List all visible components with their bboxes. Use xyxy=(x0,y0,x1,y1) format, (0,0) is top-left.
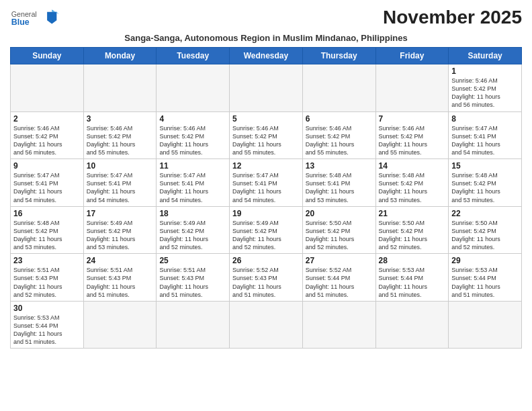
day-info: Sunrise: 5:52 AM Sunset: 5:43 PM Dayligh… xyxy=(232,266,300,299)
day-number: 5 xyxy=(232,114,300,124)
day-number: 8 xyxy=(451,114,519,124)
day-info: Sunrise: 5:46 AM Sunset: 5:42 PM Dayligh… xyxy=(232,124,300,157)
calendar-week-1: 1Sunrise: 5:46 AM Sunset: 5:42 PM Daylig… xyxy=(11,64,522,112)
day-number: 25 xyxy=(159,256,226,265)
calendar-cell xyxy=(11,64,84,112)
day-info: Sunrise: 5:48 AM Sunset: 5:42 PM Dayligh… xyxy=(451,171,519,204)
day-number: 3 xyxy=(87,114,154,124)
header: General Blue November 2025 xyxy=(10,7,522,30)
day-info: Sunrise: 5:46 AM Sunset: 5:42 PM Dayligh… xyxy=(13,124,81,157)
calendar-cell: 1Sunrise: 5:46 AM Sunset: 5:42 PM Daylig… xyxy=(449,64,522,112)
calendar-cell xyxy=(375,64,449,112)
weekday-sunday: Sunday xyxy=(11,48,84,64)
day-info: Sunrise: 5:48 AM Sunset: 5:42 PM Dayligh… xyxy=(379,171,446,204)
day-number: 22 xyxy=(451,209,519,218)
day-number: 29 xyxy=(451,256,519,265)
calendar-week-4: 16Sunrise: 5:48 AM Sunset: 5:42 PM Dayli… xyxy=(11,206,522,254)
calendar-table: SundayMondayTuesdayWednesdayThursdayFrid… xyxy=(10,47,522,349)
calendar-cell: 11Sunrise: 5:47 AM Sunset: 5:41 PM Dayli… xyxy=(157,159,230,207)
day-number: 11 xyxy=(159,161,226,171)
calendar-week-6: 30Sunrise: 5:53 AM Sunset: 5:44 PM Dayli… xyxy=(11,301,522,349)
weekday-monday: Monday xyxy=(83,48,157,64)
calendar-cell: 2Sunrise: 5:46 AM Sunset: 5:42 PM Daylig… xyxy=(11,111,84,159)
day-info: Sunrise: 5:47 AM Sunset: 5:41 PM Dayligh… xyxy=(232,171,300,204)
calendar-cell: 10Sunrise: 5:47 AM Sunset: 5:41 PM Dayli… xyxy=(83,159,157,207)
day-number: 30 xyxy=(13,304,81,313)
calendar-cell xyxy=(230,301,303,349)
calendar-cell: 14Sunrise: 5:48 AM Sunset: 5:42 PM Dayli… xyxy=(375,159,449,207)
day-number: 16 xyxy=(13,209,81,218)
calendar-cell xyxy=(375,301,449,349)
calendar-cell: 3Sunrise: 5:46 AM Sunset: 5:42 PM Daylig… xyxy=(83,111,157,159)
calendar-cell: 13Sunrise: 5:48 AM Sunset: 5:41 PM Dayli… xyxy=(302,159,375,207)
calendar-cell: 20Sunrise: 5:50 AM Sunset: 5:42 PM Dayli… xyxy=(302,206,375,254)
day-info: Sunrise: 5:46 AM Sunset: 5:42 PM Dayligh… xyxy=(159,124,226,157)
page: General Blue November 2025 Sanga-Sanga, … xyxy=(0,0,532,355)
day-number: 10 xyxy=(87,161,154,171)
calendar-week-5: 23Sunrise: 5:51 AM Sunset: 5:43 PM Dayli… xyxy=(11,254,522,302)
calendar-week-3: 9Sunrise: 5:47 AM Sunset: 5:41 PM Daylig… xyxy=(11,159,522,207)
day-number: 24 xyxy=(87,256,154,265)
day-number: 9 xyxy=(13,161,81,171)
logo: General Blue xyxy=(10,7,64,30)
day-info: Sunrise: 5:47 AM Sunset: 5:41 PM Dayligh… xyxy=(87,171,154,204)
calendar-cell: 21Sunrise: 5:50 AM Sunset: 5:42 PM Dayli… xyxy=(375,206,449,254)
weekday-wednesday: Wednesday xyxy=(230,48,303,64)
weekday-friday: Friday xyxy=(375,48,449,64)
calendar-cell xyxy=(157,64,230,112)
calendar-cell: 29Sunrise: 5:53 AM Sunset: 5:44 PM Dayli… xyxy=(449,254,522,302)
weekday-tuesday: Tuesday xyxy=(157,48,230,64)
day-number: 7 xyxy=(379,114,446,124)
day-info: Sunrise: 5:50 AM Sunset: 5:42 PM Dayligh… xyxy=(451,219,519,252)
day-info: Sunrise: 5:51 AM Sunset: 5:43 PM Dayligh… xyxy=(87,266,154,299)
day-number: 26 xyxy=(232,256,300,265)
day-info: Sunrise: 5:51 AM Sunset: 5:43 PM Dayligh… xyxy=(159,266,226,299)
day-number: 19 xyxy=(232,209,300,218)
day-info: Sunrise: 5:47 AM Sunset: 5:41 PM Dayligh… xyxy=(451,124,519,157)
day-info: Sunrise: 5:49 AM Sunset: 5:42 PM Dayligh… xyxy=(159,219,226,252)
weekday-header-row: SundayMondayTuesdayWednesdayThursdayFrid… xyxy=(11,48,522,64)
calendar-week-2: 2Sunrise: 5:46 AM Sunset: 5:42 PM Daylig… xyxy=(11,111,522,159)
day-number: 2 xyxy=(13,114,81,124)
calendar-cell: 24Sunrise: 5:51 AM Sunset: 5:43 PM Dayli… xyxy=(83,254,157,302)
calendar-cell: 18Sunrise: 5:49 AM Sunset: 5:42 PM Dayli… xyxy=(157,206,230,254)
calendar-cell xyxy=(230,64,303,112)
day-info: Sunrise: 5:52 AM Sunset: 5:44 PM Dayligh… xyxy=(306,266,373,299)
day-info: Sunrise: 5:46 AM Sunset: 5:42 PM Dayligh… xyxy=(87,124,154,157)
day-info: Sunrise: 5:46 AM Sunset: 5:42 PM Dayligh… xyxy=(306,124,373,157)
calendar-cell: 9Sunrise: 5:47 AM Sunset: 5:41 PM Daylig… xyxy=(11,159,84,207)
day-number: 4 xyxy=(159,114,226,124)
day-info: Sunrise: 5:46 AM Sunset: 5:42 PM Dayligh… xyxy=(451,77,519,109)
calendar-cell: 22Sunrise: 5:50 AM Sunset: 5:42 PM Dayli… xyxy=(449,206,522,254)
calendar-cell: 19Sunrise: 5:49 AM Sunset: 5:42 PM Dayli… xyxy=(230,206,303,254)
svg-marker-2 xyxy=(47,12,56,24)
day-number: 12 xyxy=(232,161,300,171)
calendar-cell xyxy=(449,301,522,349)
day-info: Sunrise: 5:46 AM Sunset: 5:42 PM Dayligh… xyxy=(379,124,446,157)
calendar-cell: 17Sunrise: 5:49 AM Sunset: 5:42 PM Dayli… xyxy=(83,206,157,254)
day-number: 23 xyxy=(13,256,81,265)
calendar-cell: 4Sunrise: 5:46 AM Sunset: 5:42 PM Daylig… xyxy=(157,111,230,159)
day-info: Sunrise: 5:47 AM Sunset: 5:41 PM Dayligh… xyxy=(159,171,226,204)
day-info: Sunrise: 5:50 AM Sunset: 5:42 PM Dayligh… xyxy=(306,219,373,252)
day-info: Sunrise: 5:49 AM Sunset: 5:42 PM Dayligh… xyxy=(87,219,154,252)
calendar-cell: 28Sunrise: 5:53 AM Sunset: 5:44 PM Dayli… xyxy=(375,254,449,302)
day-number: 27 xyxy=(306,256,373,265)
calendar-cell: 7Sunrise: 5:46 AM Sunset: 5:42 PM Daylig… xyxy=(375,111,449,159)
day-number: 17 xyxy=(87,209,154,218)
day-info: Sunrise: 5:50 AM Sunset: 5:42 PM Dayligh… xyxy=(379,219,446,252)
calendar-cell xyxy=(157,301,230,349)
day-number: 21 xyxy=(379,209,446,218)
calendar-cell: 26Sunrise: 5:52 AM Sunset: 5:43 PM Dayli… xyxy=(230,254,303,302)
svg-text:General: General xyxy=(11,10,37,18)
day-number: 15 xyxy=(451,161,519,171)
day-number: 13 xyxy=(306,161,373,171)
calendar-cell xyxy=(302,64,375,112)
weekday-saturday: Saturday xyxy=(449,48,522,64)
calendar-cell: 30Sunrise: 5:53 AM Sunset: 5:44 PM Dayli… xyxy=(11,301,84,349)
day-info: Sunrise: 5:48 AM Sunset: 5:42 PM Dayligh… xyxy=(13,219,81,252)
day-number: 14 xyxy=(379,161,446,171)
logo-svg: General Blue xyxy=(10,7,64,30)
calendar-cell: 8Sunrise: 5:47 AM Sunset: 5:41 PM Daylig… xyxy=(449,111,522,159)
calendar-cell xyxy=(302,301,375,349)
